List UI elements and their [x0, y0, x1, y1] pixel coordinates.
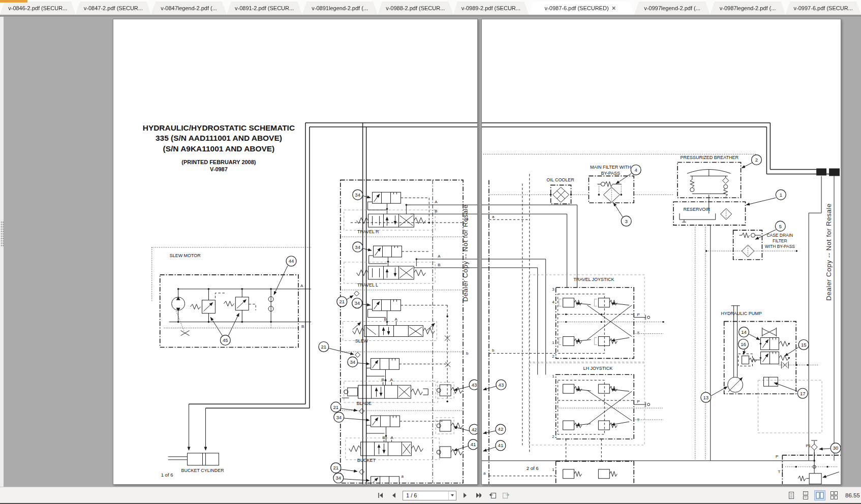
- svg-text:34: 34: [355, 192, 360, 198]
- document-tab[interactable]: v-0847-2.pdf (SECUR...: [76, 2, 151, 15]
- page-number-combobox[interactable]: 1 / 6: [403, 491, 456, 500]
- oil-cooler: OIL COOLER: [546, 177, 574, 204]
- zoom-level[interactable]: 86.55: [845, 492, 860, 498]
- main-filter-label: MAIN FILTER WITH: [590, 165, 631, 170]
- svg-text:43: 43: [472, 382, 477, 388]
- svg-text:A: A: [435, 200, 438, 204]
- document-tab[interactable]: v-0846-2.pdf (SECUR...: [0, 2, 76, 15]
- next-view-button[interactable]: [501, 490, 511, 500]
- svg-text:P: P: [776, 454, 778, 459]
- pressurized-breather: PRESSURIZED BREATHER 2: [678, 155, 762, 214]
- tab-label: v-0846-2.pdf (SECUR...: [3, 5, 73, 11]
- single-page-view-button[interactable]: [786, 490, 797, 500]
- svg-text:3: 3: [625, 218, 628, 224]
- svg-text:T: T: [637, 418, 639, 422]
- two-page-view-button[interactable]: [814, 490, 825, 500]
- callout-16: 16: [739, 339, 749, 355]
- tab-label: v-0989-2.pdf (SECUR...: [456, 5, 526, 11]
- callout-21: 21: [319, 342, 354, 355]
- svg-text:41: 41: [498, 443, 504, 448]
- svg-text:b: b: [492, 348, 495, 353]
- continuous-view-button[interactable]: [800, 490, 811, 500]
- callout-43: 43: [483, 380, 506, 390]
- callout-30: 30: [819, 443, 841, 453]
- title-line: V-0987: [210, 166, 228, 172]
- title-line: HYDRAULIC/HYDROSTATIC SCHEMATIC: [143, 123, 295, 132]
- callout-21: 21: [331, 463, 357, 473]
- title-line: (S/N A9KA11001 AND ABOVE): [163, 144, 275, 153]
- svg-text:44: 44: [289, 258, 294, 264]
- svg-text:b: b: [466, 351, 469, 356]
- previous-page-button[interactable]: [389, 490, 399, 500]
- svg-text:42: 42: [472, 427, 477, 432]
- svg-text:B: B: [383, 435, 385, 440]
- callout-15: 15: [785, 340, 809, 356]
- case-drain-label: CASE DRAIN: [766, 233, 793, 238]
- document-tab[interactable]: v-0987legend-2.pdf (...: [710, 2, 786, 15]
- main-filter: MAIN FILTER WITH BY-PASS 4 3: [589, 165, 641, 226]
- callout-42: 42: [483, 424, 506, 434]
- svg-text:1: 1: [552, 340, 555, 345]
- last-page-button[interactable]: [474, 490, 484, 500]
- title-block: HYDRAULIC/HYDROSTATIC SCHEMATIC 335 (S/N…: [143, 123, 295, 173]
- previous-view-button[interactable]: [487, 490, 498, 500]
- chevron-down-icon[interactable]: [448, 491, 456, 500]
- svg-text:34: 34: [336, 415, 342, 420]
- svg-text:30: 30: [833, 445, 839, 451]
- svg-text:13: 13: [703, 395, 709, 400]
- svg-text:a: a: [401, 474, 404, 479]
- svg-text:P: P: [637, 312, 639, 317]
- document-tab-active[interactable]: v-0987-6.pdf (SECURED) ×: [529, 2, 634, 15]
- next-page-button[interactable]: [460, 490, 470, 500]
- sidebar-grip[interactable]: [1, 221, 4, 246]
- svg-text:1: 1: [552, 374, 555, 379]
- svg-text:16: 16: [741, 341, 746, 347]
- document-tab[interactable]: v-0989-2.pdf (SECUR...: [453, 2, 529, 15]
- svg-text:P1: P1: [806, 444, 811, 448]
- svg-text:42: 42: [498, 427, 504, 432]
- first-page-button[interactable]: [375, 490, 385, 500]
- sidebar-strip: [0, 17, 4, 487]
- schematic-page-2: 43 42 41 a b a OIL COOLER MAIN FILTER WI…: [482, 19, 841, 484]
- port-label: A: [300, 284, 303, 288]
- tab-label: v-0847-2.pdf (SECUR...: [78, 5, 148, 11]
- tab-label: v-0988-2.pdf (SECUR...: [380, 5, 450, 11]
- tab-label: v-0891-2.pdf (SECUR...: [229, 5, 299, 11]
- travel-r-section: 34 TRAVEL R A B: [344, 190, 477, 234]
- svg-text:17: 17: [800, 391, 806, 396]
- callout-14: 14: [739, 327, 760, 340]
- svg-text:3: 3: [552, 287, 555, 292]
- breather-label: PRESSURIZED BREATHER: [681, 155, 739, 160]
- svg-text:A: A: [394, 317, 397, 322]
- document-tab[interactable]: v-0891legend-2.pdf (...: [302, 2, 378, 15]
- control-valve-bank: 34 TRAVEL R A B: [305, 123, 477, 484]
- document-tab[interactable]: v-0891-2.pdf (SECUR...: [227, 2, 302, 15]
- tab-label: v-0997legend-2.pdf (...: [638, 5, 706, 11]
- two-page-continuous-view-button[interactable]: [828, 490, 840, 500]
- svg-text:34: 34: [355, 244, 360, 250]
- pdf-page-2: 43 42 41 a b a OIL COOLER MAIN FILTER WI…: [481, 19, 841, 485]
- svg-text:41: 41: [471, 442, 476, 447]
- svg-text:a: a: [483, 471, 486, 476]
- tab-row: v-0846-2.pdf (SECUR... v-0847-2.pdf (SEC…: [0, 0, 861, 15]
- window-fragment: [0, 0, 27, 3]
- slew-section: 21 34 B A: [337, 291, 437, 343]
- svg-text:34: 34: [350, 359, 355, 365]
- title-line: (PRINTED FEBRUARY 2008): [181, 159, 256, 165]
- svg-text:B: B: [382, 377, 384, 382]
- bottom-toolbar: 1 / 6 86.55: [0, 487, 861, 504]
- document-tab[interactable]: v-0988-2.pdf (SECUR...: [378, 2, 453, 15]
- lh-joystick: LH JOYSTICK 1 2 P T: [529, 363, 663, 445]
- document-tab[interactable]: v-0997legend-2.pdf (...: [634, 2, 710, 15]
- callout-41: 41: [454, 439, 477, 451]
- document-tab[interactable]: v-0997-6.pdf (SECUR...: [785, 2, 861, 15]
- tab-bar: v-0846-2.pdf (SECUR... v-0847-2.pdf (SEC…: [0, 0, 861, 15]
- case-drain-filter: CASE DRAIN FILTER WITH BY-PASS 5: [705, 221, 797, 260]
- close-tab-icon[interactable]: ×: [612, 5, 616, 12]
- travel-joystick: TRAVEL JOYSTICK 3 4 1 2: [529, 275, 664, 362]
- svg-text:34: 34: [335, 475, 341, 481]
- case-drain-label: FILTER: [773, 238, 787, 243]
- document-tab[interactable]: v-0847legend-2.pdf (...: [151, 2, 227, 15]
- hydraulic-pump-label: HYDRAULIC PUMP: [721, 311, 761, 316]
- callout-34: 34: [353, 242, 372, 252]
